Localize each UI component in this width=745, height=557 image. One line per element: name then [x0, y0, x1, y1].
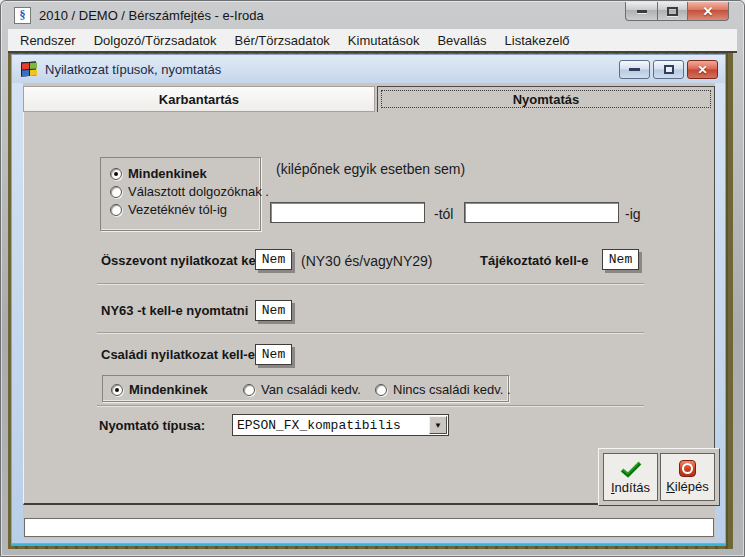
radio-icon[interactable]: [111, 384, 123, 396]
separator: [97, 283, 644, 284]
radio-icon[interactable]: [110, 168, 122, 180]
start-button-label: Indítás: [611, 480, 650, 495]
power-icon: [679, 460, 696, 477]
start-button[interactable]: Indítás: [603, 453, 658, 501]
radio-icon[interactable]: [375, 384, 387, 396]
radio-label: Vezetéknév tól-ig: [128, 202, 227, 217]
dialog-minimize-button[interactable]: [619, 60, 650, 79]
printer-type-dropdown[interactable]: EPSON_FX_kompatibilis ▼: [232, 414, 449, 436]
action-button-panel: Indítás Kilépés: [598, 448, 720, 506]
menu-item-bevallas[interactable]: Bevallás: [428, 30, 495, 51]
menu-item-listakezelo[interactable]: Listakezelő: [496, 30, 579, 51]
tab-nyomtatas[interactable]: Nyomtatás: [377, 86, 715, 112]
printer-type-label: Nyomtató típusa:: [99, 418, 205, 433]
main-window: § 2010 / DEMO / Bérszámfejtés - e-Iroda …: [0, 0, 745, 557]
tab-karbantartas[interactable]: Karbantartás: [23, 86, 375, 112]
dialog-controls: ✕: [619, 60, 718, 79]
mdi-area: Nyilatkozat típusok, nyomtatás ✕ Karbant…: [8, 53, 733, 549]
ny63-toggle-button[interactable]: Nem: [255, 300, 292, 321]
radio-icon[interactable]: [243, 384, 255, 396]
print-tab-page: Mindenkinek Választott dolgozóknak . Vez…: [23, 112, 715, 505]
radio-label: Mindenkinek: [129, 382, 208, 397]
restore-icon: [664, 65, 674, 74]
from-suffix-label: -tól: [434, 206, 453, 222]
osszevont-toggle-button[interactable]: Nem: [255, 249, 292, 270]
menu-item-dolgozo-torzsadatok[interactable]: Dolgozó/Törzsadatok: [85, 30, 226, 51]
status-bar: [24, 518, 714, 537]
minimize-button[interactable]: [625, 2, 658, 21]
radio-label: Nincs családi kedv. .: [393, 382, 511, 397]
main-titlebar: § 2010 / DEMO / Bérszámfejtés - e-Iroda …: [2, 2, 743, 29]
separator: [97, 405, 644, 406]
maximize-button[interactable]: [657, 2, 688, 21]
menu-item-kimutatasok[interactable]: Kimutatások: [339, 30, 429, 51]
close-icon: ✕: [697, 64, 707, 76]
dialog-titlebar: Nyilatkozat típusok, nyomtatás ✕: [12, 55, 725, 83]
menubar: Rendszer Dolgozó/Törzsadatok Bér/Törzsad…: [8, 29, 737, 51]
window-title: 2010 / DEMO / Bérszámfejtés - e-Iroda: [39, 8, 264, 23]
dialog-close-button[interactable]: ✕: [687, 60, 718, 79]
dialog-window: Nyilatkozat típusok, nyomtatás ✕ Karbant…: [11, 54, 726, 544]
printer-type-value: EPSON_FX_kompatibilis: [233, 418, 429, 433]
osszevont-label: Összevont nyilatkozat kell-e: [101, 253, 274, 268]
tajekoztato-label: Tájékoztató kell-e: [480, 253, 588, 268]
radio-option-nincs-csaladi[interactable]: Nincs családi kedv. .: [375, 382, 511, 397]
separator: [97, 332, 644, 333]
radio-label: Mindenkinek: [128, 166, 207, 181]
csaladi-label: Családi nyilatkozat kell-e: [101, 347, 255, 362]
radio-option-family-mindenkinek[interactable]: Mindenkinek: [111, 382, 208, 397]
exit-button-label: Kilépés: [666, 479, 709, 494]
scope-note: (kilépőnek egyik esetben sem): [276, 161, 465, 177]
radio-icon[interactable]: [110, 186, 122, 198]
to-name-input[interactable]: [464, 202, 619, 223]
exit-button[interactable]: Kilépés: [660, 453, 715, 501]
family-radio-group: Mindenkinek Van családi kedv. Nincs csal…: [102, 375, 509, 402]
csaladi-toggle-button[interactable]: Nem: [255, 344, 292, 365]
chevron-down-icon[interactable]: ▼: [429, 416, 447, 434]
radio-option-valasztott[interactable]: Választott dolgozóknak .: [110, 184, 260, 199]
radio-label: Van családi kedv.: [261, 382, 361, 397]
tajekoztato-toggle-button[interactable]: Nem: [602, 249, 639, 270]
maximize-icon: [667, 7, 678, 16]
window-controls: ✕: [626, 2, 729, 21]
close-button[interactable]: ✕: [687, 2, 729, 21]
radio-option-mindenkinek[interactable]: Mindenkinek: [110, 166, 260, 181]
tab-bar: Karbantartás Nyomtatás: [23, 86, 715, 112]
from-name-input[interactable]: [270, 202, 425, 223]
menu-item-ber-torzsadatok[interactable]: Bér/Törzsadatok: [225, 30, 338, 51]
minimize-icon: [637, 10, 647, 13]
ny30-note: (NY30 és/vagyNY29): [301, 253, 433, 269]
dialog-client: Karbantartás Nyomtatás Mindenkinek Válas…: [23, 83, 715, 539]
dialog-title: Nyilatkozat típusok, nyomtatás: [45, 62, 221, 77]
close-icon: ✕: [703, 5, 714, 18]
scope-radio-group: Mindenkinek Választott dolgozóknak . Vez…: [100, 157, 261, 231]
ny63-label: NY63 -t kell-e nyomtatni: [101, 303, 248, 318]
check-icon: [619, 460, 643, 478]
minimize-icon: [629, 68, 640, 71]
app-icon: §: [14, 7, 31, 24]
menu-item-rendszer[interactable]: Rendszer: [11, 30, 85, 51]
dialog-restore-button[interactable]: [653, 60, 684, 79]
to-suffix-label: -ig: [625, 206, 641, 222]
windows-flag-icon: [21, 61, 36, 76]
radio-label: Választott dolgozóknak .: [128, 184, 269, 199]
radio-option-van-csaladi[interactable]: Van családi kedv.: [243, 382, 361, 397]
radio-icon[interactable]: [110, 204, 122, 216]
radio-option-vezeteknev[interactable]: Vezetéknév tól-ig: [110, 202, 260, 217]
